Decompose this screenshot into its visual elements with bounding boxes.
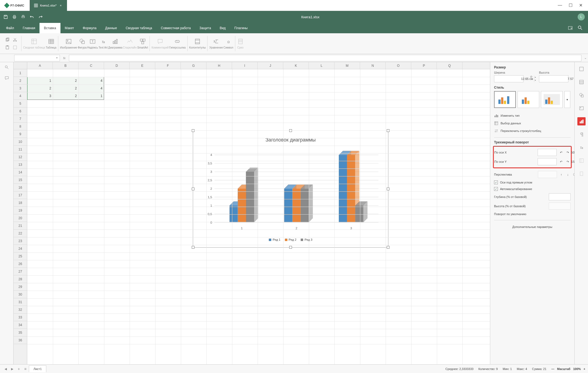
row-header[interactable]: 21: [14, 222, 27, 230]
chart-object[interactable]: Заголовок диаграммы 00,511,522,533,54123…: [193, 130, 388, 248]
link-aspect-icon[interactable]: ⊘: [528, 71, 534, 82]
row-header[interactable]: 6: [14, 107, 27, 115]
col-header[interactable]: I: [232, 62, 258, 69]
equation-button[interactable]: Уравнение: [209, 38, 223, 49]
menu-layout[interactable]: Макет: [60, 23, 78, 33]
axis-y-input[interactable]: ▲▼: [538, 158, 557, 165]
style-thumb-1[interactable]: [494, 91, 516, 108]
row-header[interactable]: 35: [14, 329, 27, 336]
row-header[interactable]: 32: [14, 306, 27, 314]
row-header[interactable]: 26: [14, 260, 27, 268]
save-icon[interactable]: [3, 14, 8, 19]
pivot-table-button[interactable]: Сводная таблица: [23, 38, 45, 49]
row-header[interactable]: 20: [14, 214, 27, 222]
menu-home[interactable]: Главная: [19, 23, 40, 33]
chart-title[interactable]: Заголовок диаграммы: [266, 134, 316, 147]
row-header[interactable]: 17: [14, 191, 27, 199]
row-header[interactable]: 2: [14, 77, 27, 85]
cell[interactable]: 1: [27, 77, 53, 85]
cell[interactable]: 4: [78, 77, 104, 85]
row-header[interactable]: 25: [14, 252, 27, 260]
row-header[interactable]: 33: [14, 314, 27, 321]
row-header[interactable]: 22: [14, 230, 27, 237]
row-header[interactable]: 23: [14, 237, 27, 245]
switch-link[interactable]: Переключить строку/столбец: [494, 127, 571, 135]
menu-plugins[interactable]: Плагины: [230, 23, 252, 33]
paragraph-settings-icon[interactable]: [577, 130, 586, 139]
row-header[interactable]: 7: [14, 115, 27, 123]
sheet-prev-icon[interactable]: ◄: [3, 366, 9, 372]
row-header[interactable]: 16: [14, 184, 27, 191]
row-header[interactable]: 1: [14, 69, 27, 77]
right-angle-checkbox[interactable]: ✓Оси под прямым углом: [494, 179, 571, 186]
row-header[interactable]: 10: [14, 138, 27, 146]
menu-collab[interactable]: Совместная работа: [157, 23, 195, 33]
row-header[interactable]: 15: [14, 176, 27, 184]
minimize-button[interactable]: —: [558, 3, 562, 8]
smartart-button[interactable]: SmartArt: [137, 38, 148, 49]
slicer-settings-icon[interactable]: [577, 170, 586, 178]
sheet-list-icon[interactable]: ≡: [22, 366, 28, 372]
quick-print-icon[interactable]: [21, 14, 26, 19]
row-header[interactable]: 28: [14, 275, 27, 283]
change-type-link[interactable]: Изменить тип: [494, 112, 571, 119]
row-header[interactable]: 9: [14, 130, 27, 138]
search-icon[interactable]: [578, 25, 583, 31]
col-header[interactable]: C: [78, 62, 104, 69]
textart-button[interactable]: TaText Art: [99, 38, 108, 49]
cell[interactable]: 2: [53, 77, 78, 85]
col-header[interactable]: L: [309, 62, 334, 69]
depth-input[interactable]: ▲▼: [549, 193, 571, 200]
menu-protect[interactable]: Защита: [195, 23, 215, 33]
expand-formula-icon[interactable]: ⌄: [583, 56, 588, 60]
user-avatar[interactable]: L: [578, 13, 585, 20]
col-header[interactable]: E: [130, 62, 155, 69]
row-header[interactable]: 31: [14, 298, 27, 306]
cell[interactable]: 1: [78, 92, 104, 100]
maximize-button[interactable]: ☐: [569, 3, 572, 8]
col-header[interactable]: A: [27, 62, 53, 69]
headerfooter-button[interactable]: Колонтитулы: [189, 38, 206, 49]
row-header[interactable]: 29: [14, 283, 27, 291]
cell[interactable]: 2: [53, 85, 78, 92]
slicer-button[interactable]: Срез: [237, 38, 244, 49]
col-header[interactable]: Q: [437, 62, 462, 69]
style-thumb-3[interactable]: [541, 91, 563, 108]
cut-icon[interactable]: [13, 37, 17, 42]
sheet-tab[interactable]: Лист1: [29, 365, 46, 372]
cell[interactable]: 4: [78, 85, 104, 92]
row-header[interactable]: 12: [14, 153, 27, 161]
row-header[interactable]: 14: [14, 169, 27, 176]
document-tab[interactable]: Книга1.xlsx* ×: [30, 0, 67, 11]
menu-pivot[interactable]: Сводная таблица: [121, 23, 156, 33]
menu-file[interactable]: Файл: [2, 23, 19, 33]
row-header[interactable]: 4: [14, 92, 27, 100]
chart-settings-icon[interactable]: [577, 117, 586, 125]
spreadsheet-grid[interactable]: ABCDEFGHIJKLMNOPQ 1234567891011121314151…: [14, 62, 490, 364]
textart-settings-icon[interactable]: Ta: [577, 143, 586, 152]
rotate-y-up-icon[interactable]: ↶: [558, 159, 564, 164]
style-more[interactable]: ▾: [564, 91, 570, 108]
symbol-button[interactable]: ΩСимвол: [224, 38, 233, 49]
zoom-control[interactable]: —Масштаб 100%+: [551, 367, 585, 371]
style-thumb-2[interactable]: [517, 91, 539, 108]
close-tab-icon[interactable]: ×: [59, 3, 63, 8]
row-header[interactable]: 8: [14, 123, 27, 130]
col-header[interactable]: M: [334, 62, 360, 69]
col-header[interactable]: O: [386, 62, 411, 69]
menu-data[interactable]: Данные: [101, 23, 121, 33]
row-header[interactable]: 5: [14, 100, 27, 107]
col-header[interactable]: D: [104, 62, 130, 69]
row-header[interactable]: 30: [14, 291, 27, 298]
height-input[interactable]: ▲▼: [539, 75, 568, 82]
col-header[interactable]: H: [206, 62, 232, 69]
name-box[interactable]: ▼: [14, 55, 60, 61]
undo-icon[interactable]: [29, 14, 34, 19]
rotate-y-down-icon[interactable]: ↷: [565, 159, 570, 164]
row-header[interactable]: 13: [14, 161, 27, 169]
width-input[interactable]: ▲▼: [494, 75, 523, 82]
paste-icon[interactable]: [5, 45, 10, 50]
menu-insert[interactable]: Вставка: [39, 23, 60, 33]
menu-view[interactable]: Вид: [215, 23, 230, 33]
chart-button[interactable]: Диаграмма: [108, 38, 122, 49]
